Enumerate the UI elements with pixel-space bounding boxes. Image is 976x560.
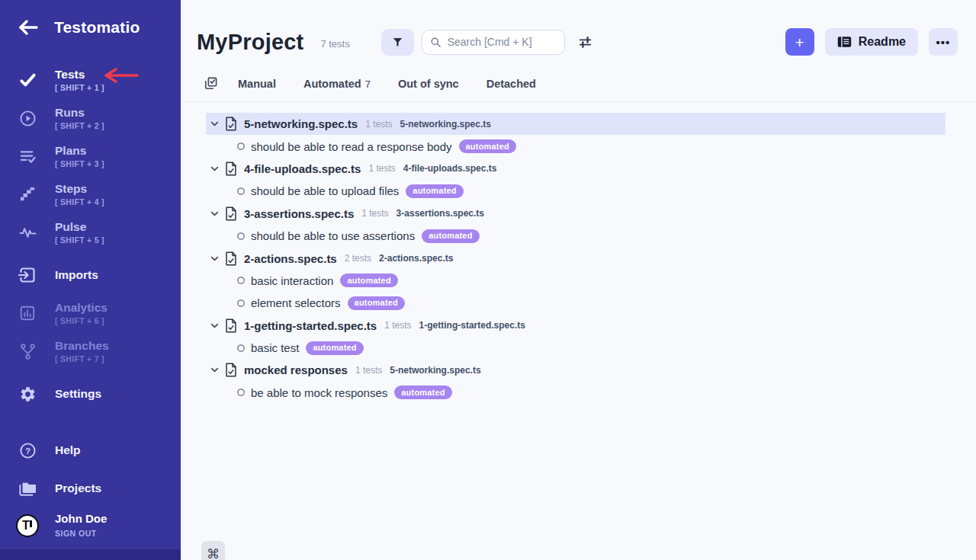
select-all-icon xyxy=(204,76,218,91)
folders-icon xyxy=(18,480,37,497)
command-shortcut-button[interactable]: ⌘ xyxy=(201,541,225,560)
collapse-toggle[interactable] xyxy=(210,321,220,331)
collapse-toggle[interactable] xyxy=(210,164,220,174)
automated-badge: automated xyxy=(459,139,516,153)
sidebar-item-settings[interactable]: Settings xyxy=(0,375,181,413)
sidebar-item-analytics[interactable]: Analytics[ SHIFT + 6 ] xyxy=(0,294,181,332)
sidebar-item-shortcut: [ SHIFT + 7 ] xyxy=(55,354,109,364)
tab-automated[interactable]: Automated7 xyxy=(303,78,371,90)
view-options-button[interactable] xyxy=(578,36,592,49)
group-name: 5-networking.spec.ts xyxy=(244,117,358,130)
chevron-down-icon xyxy=(210,119,220,129)
test-status-icon xyxy=(236,388,246,397)
tests-count: 7 tests xyxy=(320,38,349,50)
sidebar-item-imports[interactable]: Imports xyxy=(0,256,181,294)
test-row[interactable]: be able to mock responsesautomated xyxy=(206,382,946,404)
collapse-toggle[interactable] xyxy=(210,119,220,129)
select-all-button[interactable] xyxy=(204,76,218,91)
collapse-toggle[interactable] xyxy=(210,254,220,264)
test-group-row[interactable]: 2-actions.spec.ts2 tests2-actions.spec.t… xyxy=(206,247,946,269)
git-branch-icon xyxy=(20,343,36,360)
user-name: John Doe xyxy=(55,512,107,526)
test-row[interactable]: element selectorsautomated xyxy=(206,292,946,314)
activity-icon xyxy=(19,226,37,239)
stairs-icon xyxy=(19,187,36,202)
automated-badge: automated xyxy=(422,229,479,243)
test-row[interactable]: basic testautomated xyxy=(206,337,946,359)
tab-label: Detached xyxy=(486,78,536,90)
tab-label: Manual xyxy=(238,78,276,90)
test-title: should be able to use assertions xyxy=(251,229,415,242)
sidebar-item-pulse[interactable]: Pulse[ SHIFT + 5 ] xyxy=(0,213,181,251)
test-status-icon xyxy=(236,187,246,196)
search-box xyxy=(422,30,565,55)
test-group-row[interactable]: 4-file-uploads.spec.ts1 tests4-file-uplo… xyxy=(206,158,946,180)
test-group-row[interactable]: mocked responses1 tests5-networking.spec… xyxy=(206,359,946,381)
test-row[interactable]: basic interactionautomated xyxy=(206,270,946,292)
test-status-icon xyxy=(236,276,246,285)
user-menu[interactable]: T John Doe SIGN OUT xyxy=(0,507,181,545)
group-file-path: 2-actions.spec.ts xyxy=(379,253,453,264)
check-icon xyxy=(19,72,37,88)
test-group-row[interactable]: 5-networking.spec.ts1 tests5-networking.… xyxy=(206,113,946,135)
chevron-down-icon xyxy=(210,209,220,219)
test-title: basic interaction xyxy=(251,274,333,287)
test-title: should be able to read a response body xyxy=(251,140,452,153)
sidebar-item-label: Plans xyxy=(55,143,104,158)
automated-badge: automated xyxy=(394,386,451,399)
more-options-button[interactable]: ••• xyxy=(929,28,958,56)
tab-detached[interactable]: Detached xyxy=(486,78,536,90)
test-list: 5-networking.spec.ts1 tests5-networking.… xyxy=(181,102,976,404)
collapse-toggle[interactable] xyxy=(210,209,220,219)
test-row[interactable]: should be able to use assertionsautomate… xyxy=(206,225,946,247)
sidebar-item-runs[interactable]: Runs[ SHIFT + 2 ] xyxy=(0,99,181,137)
group-file-path: 5-networking.spec.ts xyxy=(400,119,491,130)
file-icon xyxy=(225,206,237,221)
sidebar-item-shortcut: [ SHIFT + 3 ] xyxy=(55,159,104,169)
tab-manual[interactable]: Manual xyxy=(238,78,276,90)
chevron-down-icon xyxy=(210,365,220,375)
test-row[interactable]: should be able to upload filesautomated xyxy=(206,180,946,202)
main-header: MyProject 7 tests xyxy=(181,0,976,66)
sidebar-item-help[interactable]: ?Help xyxy=(0,431,181,469)
sidebar-brand-row: Testomatio xyxy=(0,0,181,44)
automated-badge: automated xyxy=(340,274,397,287)
sidebar-footer: ?HelpProjects T John Doe SIGN OUT xyxy=(0,431,181,560)
app-window: Testomatio Tests[ SHIFT + 1 ]Runs[ SHIFT… xyxy=(0,0,976,560)
filter-button[interactable] xyxy=(381,29,414,56)
tab-label: Out of sync xyxy=(398,78,459,90)
group-file-path: 3-assertions.spec.ts xyxy=(396,208,484,219)
tab-out-of-sync[interactable]: Out of sync xyxy=(398,78,459,90)
add-test-button[interactable]: + xyxy=(785,28,814,56)
test-status-icon xyxy=(236,344,246,353)
test-group-row[interactable]: 3-assertions.spec.ts1 tests3-assertions.… xyxy=(206,203,946,225)
group-test-count: 1 tests xyxy=(368,163,395,174)
sidebar-item-label: Projects xyxy=(55,481,101,495)
avatar-wrap: T xyxy=(0,514,55,537)
sidebar-item-tests[interactable]: Tests[ SHIFT + 1 ] xyxy=(0,61,181,99)
sidebar-item-label: Imports xyxy=(55,267,98,282)
file-icon xyxy=(225,162,237,176)
sign-out-link[interactable]: SIGN OUT xyxy=(55,529,107,539)
sidebar-item-plans[interactable]: Plans[ SHIFT + 3 ] xyxy=(0,137,181,175)
sidebar-item-branches[interactable]: Branches[ SHIFT + 7 ] xyxy=(0,332,181,370)
funnel-icon xyxy=(392,36,403,48)
chevron-down-icon xyxy=(210,164,220,174)
search-input[interactable] xyxy=(448,36,557,48)
header-actions: + Readme ••• xyxy=(785,28,958,56)
page-title: MyProject xyxy=(197,30,303,55)
sidebar-item-projects[interactable]: Projects xyxy=(0,469,181,507)
file-icon xyxy=(225,318,237,333)
test-row[interactable]: should be able to read a response bodyau… xyxy=(206,135,946,157)
test-group-row[interactable]: 1-getting-started.spec.ts1 tests1-gettin… xyxy=(206,315,946,337)
group-test-count: 1 tests xyxy=(355,365,382,376)
back-button[interactable] xyxy=(15,18,41,37)
book-icon xyxy=(837,36,852,48)
sidebar-item-steps[interactable]: Steps[ SHIFT + 4 ] xyxy=(0,175,181,213)
readme-button[interactable]: Readme xyxy=(825,28,918,56)
sidebar-item-label: Runs xyxy=(55,105,104,120)
group-file-path: 4-file-uploads.spec.ts xyxy=(403,163,497,174)
chevron-down-icon xyxy=(210,254,220,264)
collapse-toggle[interactable] xyxy=(210,365,220,375)
test-title: be able to mock responses xyxy=(251,386,387,399)
